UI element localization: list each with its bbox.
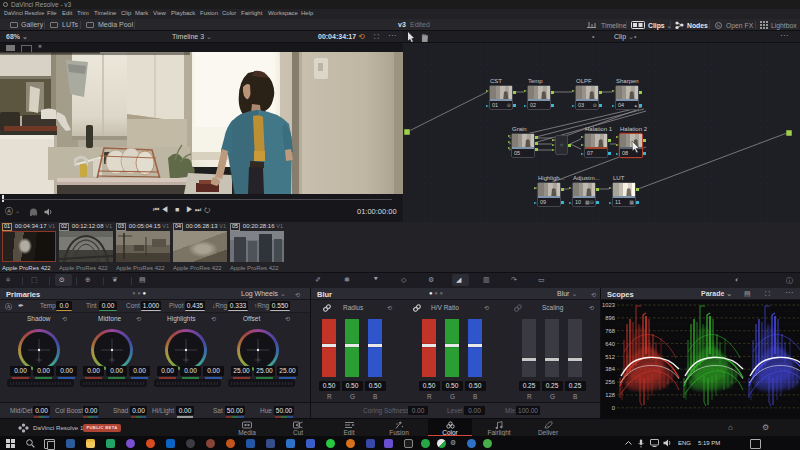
svg-text:512: 512 (605, 354, 615, 360)
svg-text:896: 896 (605, 315, 615, 321)
svg-text:0: 0 (612, 405, 615, 411)
svg-text:1023: 1023 (602, 302, 615, 308)
svg-text:384: 384 (605, 366, 615, 372)
svg-text:640: 640 (605, 341, 615, 347)
svg-text:128: 128 (605, 392, 615, 398)
svg-text:256: 256 (605, 379, 615, 385)
svg-text:768: 768 (605, 328, 615, 334)
